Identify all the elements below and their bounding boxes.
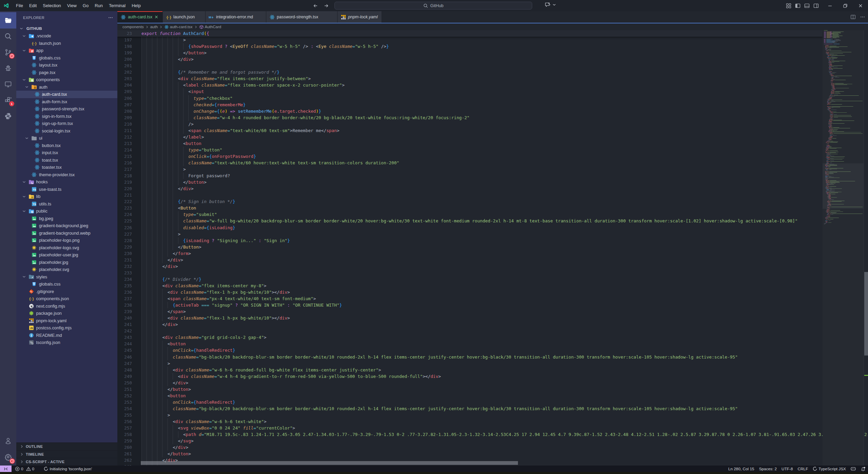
code-line-222[interactable]: 222{/* Sign in button */} (117, 198, 823, 205)
tab-integration-error.md[interactable]: Mintegration-error.md (206, 11, 266, 23)
code-line-201[interactable]: 201 (117, 62, 823, 69)
code-line-219[interactable]: 219</button> (117, 179, 823, 185)
command-center-search[interactable]: GitHub (334, 2, 532, 10)
menu-selection[interactable]: Selection (40, 0, 64, 11)
minimap[interactable] (823, 30, 864, 466)
tree-item-.vscode[interactable]: .vscode (16, 32, 117, 40)
code-line-204[interactable]: 204<label className="flex items-center s… (117, 82, 823, 88)
code-line-229[interactable]: 229</Button> (117, 244, 823, 250)
code-line-259[interactable]: 259</svg> (117, 438, 823, 444)
vertical-scrollbar-slider[interactable] (864, 272, 868, 356)
tree-item-auth[interactable]: auth (16, 84, 117, 91)
tree-item-toast.tsx[interactable]: toast.tsx (16, 157, 117, 164)
menu-edit[interactable]: Edit (26, 0, 40, 11)
code-line-216[interactable]: 216className="text-white/60 hover:text-w… (117, 160, 823, 166)
tree-item-styles[interactable]: styles (16, 273, 117, 281)
menu-go[interactable]: Go (80, 0, 92, 11)
code-line-220[interactable]: 220</div> (117, 185, 823, 192)
remote-indicator[interactable] (0, 466, 12, 472)
code-line-218[interactable]: 218Forgot password? (117, 172, 823, 179)
code-line-209[interactable]: 209className="w-4 h-4 rounded border bor… (117, 114, 823, 121)
section-timeline[interactable]: TIMELINE (16, 450, 117, 458)
code-line-237[interactable]: 237<span className="px-4 text-white/40 t… (117, 295, 823, 302)
tree-item-lib[interactable]: lib (16, 193, 117, 200)
tree-item-social-login.tsx[interactable]: social-login.tsx (16, 127, 117, 135)
tree-item-placeholder-logo.png[interactable]: placeholder-logo.png (16, 237, 117, 244)
tree-item-placeholder-user.jpg[interactable]: placeholder-user.jpg (16, 251, 117, 259)
tree-item-toaster.tsx[interactable]: toaster.tsx (16, 164, 117, 171)
code-line-252[interactable]: 252<button (117, 393, 823, 399)
tree-item-placeholder.jpg[interactable]: placeholder.jpg (16, 259, 117, 266)
customize-layout-button[interactable] (786, 3, 791, 8)
tree-item-sign-up-form.tsx[interactable]: sign-up-form.tsx (16, 120, 117, 127)
code-line-251[interactable]: 251</button> (117, 386, 823, 393)
toggle-sidebar-button[interactable] (795, 3, 801, 8)
status-copilot[interactable] (848, 467, 858, 471)
code-line-231[interactable]: 231</div> (117, 257, 823, 263)
menu-run[interactable]: Run (92, 0, 106, 11)
tree-item-gradient-background.jpeg[interactable]: gradient-background.jpeg (16, 222, 117, 230)
tree-item-auth-card.tsx[interactable]: auth-card.tsx (16, 91, 117, 98)
tree-item-readme.md[interactable]: README.md (16, 332, 117, 339)
code-line-255[interactable]: 255> (117, 412, 823, 418)
code-line-254[interactable]: 254className="bg-black/20 backdrop-blur-… (117, 405, 823, 412)
code-line-240[interactable]: 240<div className="flex-1 h-px bg-white/… (117, 315, 823, 321)
nav-back-button[interactable] (313, 3, 318, 8)
tree-item-ui[interactable]: ui (16, 134, 117, 142)
code-line-230[interactable]: 230</form> (117, 250, 823, 257)
tree-item-hooks[interactable]: hooks (16, 178, 117, 186)
tree-item-utils.ts[interactable]: TSutils.ts (16, 200, 117, 208)
code-line-227[interactable]: 227> (117, 231, 823, 237)
code-line-217[interactable]: 217> (117, 166, 823, 172)
activity-extensions[interactable]: 1 (0, 92, 16, 108)
tree-item-github[interactable]: GITHUB (16, 25, 117, 33)
tree-item-auth-form.tsx[interactable]: auth-form.tsx (16, 98, 117, 106)
code-line-238[interactable]: 238{activeTab === "signup" ? "OR SIGN IN… (117, 302, 823, 308)
tree-item-globals.css[interactable]: globals.css (16, 280, 117, 288)
code-line-239[interactable]: 239</span> (117, 308, 823, 315)
tree-item-password-strength.tsx[interactable]: password-strength.tsx (16, 105, 117, 113)
code-line-234[interactable]: 234{/* Divider */} (117, 276, 823, 282)
code-editor[interactable]: 197>198{showPassword ? <EyeOff className… (117, 30, 868, 466)
activity-settings[interactable] (0, 449, 16, 465)
tree-item-components.json[interactable]: {}components.json (16, 295, 117, 303)
minimap-slider[interactable] (823, 163, 864, 209)
code-line-247[interactable]: 247> (117, 360, 823, 367)
section-outline[interactable]: OUTLINE (16, 442, 117, 450)
activity-run-debug[interactable] (0, 60, 16, 76)
window-close-button[interactable] (853, 0, 868, 11)
code-line-221[interactable]: 221 (117, 192, 823, 198)
code-line-225[interactable]: 225className="w-full bg-white/20 backdro… (117, 218, 823, 224)
code-line-249[interactable]: 249<div className="w-4 h-4 bg-gradient-t… (117, 373, 823, 380)
code-line-260[interactable]: 260</div> (117, 444, 823, 451)
activity-search[interactable] (0, 28, 16, 44)
code-line-245[interactable]: 245onClick={handleRedirect} (117, 347, 823, 353)
tab-password-strength.tsx[interactable]: password-strength.tsx (266, 11, 337, 23)
editor-more-actions-button[interactable] (860, 14, 865, 20)
problems-status[interactable]: 0 0 (12, 467, 37, 471)
code-line-213[interactable]: 213<button (117, 140, 823, 147)
menu-file[interactable]: File (13, 0, 26, 11)
code-line-258[interactable]: 258<path d="M18.71 19.5c-.83 1.24-1.71 2… (117, 431, 823, 438)
menu-view[interactable]: View (64, 0, 80, 11)
code-line-208[interactable]: 208onChange={(e) => setRememberMe(e.targ… (117, 108, 823, 114)
code-line-236[interactable]: 236<div className="flex-1 h-px bg-white/… (117, 289, 823, 295)
code-line-202[interactable]: 202{/* Remember me and forgot password *… (117, 69, 823, 75)
tree-item-launch.json[interactable]: {}launch.json (16, 40, 117, 47)
menu-terminal[interactable]: Terminal (106, 0, 129, 11)
code-line-207[interactable]: 207checked={rememberMe} (117, 102, 823, 108)
tree-item-next.config.mjs[interactable]: next.config.mjs (16, 303, 117, 310)
status-encoding[interactable]: UTF-8 (779, 467, 795, 471)
code-line-212[interactable]: 212</label> (117, 134, 823, 140)
window-restore-button[interactable] (837, 0, 853, 11)
code-line-215[interactable]: 215onClick={onForgotPassword} (117, 153, 823, 160)
tree-item-.gitignore[interactable]: .gitignore (16, 288, 117, 295)
code-line-261[interactable]: 261</button> (117, 451, 823, 457)
code-line-235[interactable]: 235<div className="flex items-center my-… (117, 282, 823, 289)
horizontal-scrollbar-slider[interactable] (141, 461, 518, 465)
activity-source-control[interactable] (0, 44, 16, 60)
status-indentation[interactable]: Spaces: 2 (757, 467, 779, 471)
tree-item-components[interactable]: components (16, 76, 117, 84)
tree-item-app[interactable]: app (16, 47, 117, 54)
status-language-mode[interactable]: TypeScript JSX (810, 467, 848, 471)
